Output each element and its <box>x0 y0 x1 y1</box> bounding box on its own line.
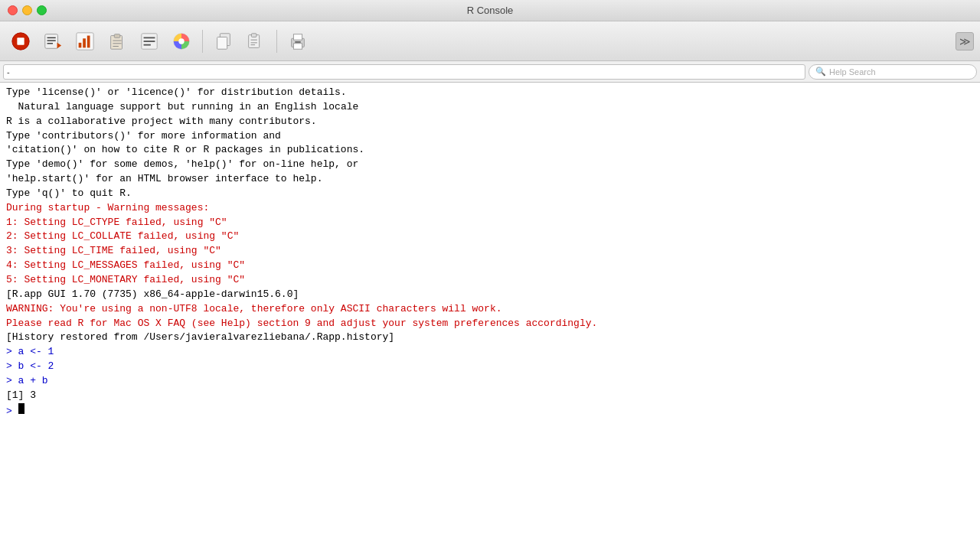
svg-marker-6 <box>57 42 62 47</box>
prompt-symbol: > <box>6 406 18 417</box>
expand-icon: ≫ <box>959 35 971 47</box>
list-button[interactable] <box>135 27 164 56</box>
console-line: [R.app GUI 1.70 (7735) x86_64-apple-darw… <box>6 288 974 302</box>
paste-button[interactable] <box>241 27 270 56</box>
console-line: [History restored from /Users/javieralva… <box>6 331 974 345</box>
open-button[interactable] <box>103 27 132 56</box>
prompt-symbol: > <box>6 360 18 372</box>
console-line: 4: Setting LC_MESSAGES failed, using "C" <box>6 259 974 273</box>
chart-button[interactable] <box>70 27 100 56</box>
console-line: R is a collaborative project with many c… <box>6 115 974 129</box>
clipboard-icon <box>107 31 127 51</box>
command-text: a <- 1 <box>18 346 54 357</box>
console-line: Type 'license()' or 'licence()' for dist… <box>6 86 974 100</box>
console-line: 1: Setting LC_CTYPE failed, using "C" <box>6 216 974 230</box>
window-title: R Console <box>467 5 514 16</box>
maximize-button[interactable] <box>37 5 47 15</box>
path-field[interactable] <box>3 64 805 80</box>
paste-icon <box>246 31 266 51</box>
svg-point-21 <box>178 38 184 44</box>
console-line: 3: Setting LC_TIME failed, using "C" <box>6 244 974 259</box>
console-line: [1] 3 <box>6 389 974 403</box>
console-line: Type 'q()' to quit R. <box>6 187 974 201</box>
print-button[interactable] <box>283 27 312 56</box>
svg-rect-32 <box>295 41 300 43</box>
expand-button[interactable]: ≫ <box>956 32 974 50</box>
r-console-window: R Console <box>0 0 980 544</box>
color-button[interactable] <box>167 27 196 56</box>
console-line: > <box>6 403 974 419</box>
stop-icon <box>11 31 31 51</box>
svg-rect-2 <box>45 34 58 48</box>
console-line: 2: Setting LC_COLLATE failed, using "C" <box>6 230 974 244</box>
search-placeholder: Help Search <box>829 67 876 77</box>
title-bar: R Console <box>0 0 980 21</box>
svg-rect-9 <box>83 38 86 47</box>
print-icon <box>288 31 308 51</box>
copy-button[interactable] <box>209 27 238 56</box>
svg-rect-25 <box>251 33 256 37</box>
console-line: > a + b <box>6 374 974 389</box>
console-line: Type 'demo()' for some demos, 'help()' f… <box>6 158 974 172</box>
source-icon <box>43 31 63 51</box>
console-line: 'help.start()' for an HTML browser inter… <box>6 172 974 187</box>
search-icon: 🔍 <box>815 67 826 77</box>
console-line: 'citation()' on how to cite R or R packa… <box>6 143 974 158</box>
console-line: Natural language support but running in … <box>6 100 974 115</box>
console-line: WARNING: You're using a non-UTF8 locale,… <box>6 302 974 317</box>
console-output[interactable]: Type 'license()' or 'licence()' for dist… <box>0 83 980 544</box>
address-bar: 🔍 Help Search <box>0 61 980 83</box>
traffic-lights <box>8 5 47 15</box>
color-icon <box>172 31 191 51</box>
stop-button[interactable] <box>6 27 35 56</box>
console-line: During startup - Warning messages: <box>6 201 974 216</box>
svg-rect-23 <box>217 37 227 49</box>
svg-rect-1 <box>17 37 24 44</box>
separator-2 <box>276 30 277 53</box>
command-text: b <- 2 <box>18 360 54 372</box>
svg-rect-30 <box>293 34 302 39</box>
minimize-button[interactable] <box>22 5 32 15</box>
console-line: > b <- 2 <box>6 360 974 374</box>
separator-1 <box>202 30 203 53</box>
prompt-symbol: > <box>6 346 18 357</box>
command-text: a + b <box>18 375 48 386</box>
chart-icon <box>75 31 95 51</box>
prompt-symbol: > <box>6 375 18 386</box>
close-button[interactable] <box>8 5 18 15</box>
copy-icon <box>214 31 234 51</box>
list-icon <box>139 31 159 51</box>
search-field-container[interactable]: 🔍 Help Search <box>808 64 977 80</box>
source-button[interactable] <box>38 27 67 56</box>
console-line: Please read R for Mac OS X FAQ (see Help… <box>6 317 974 331</box>
svg-rect-31 <box>293 43 302 48</box>
svg-rect-10 <box>87 35 90 47</box>
toolbar: ≫ <box>0 21 980 61</box>
console-line: 5: Setting LC_MONETARY failed, using "C" <box>6 273 974 288</box>
console-line: > a <- 1 <box>6 345 974 360</box>
console-line: Type 'contributors()' for more informati… <box>6 129 974 144</box>
cursor <box>18 403 24 414</box>
svg-rect-8 <box>79 42 82 47</box>
svg-rect-12 <box>114 34 119 37</box>
